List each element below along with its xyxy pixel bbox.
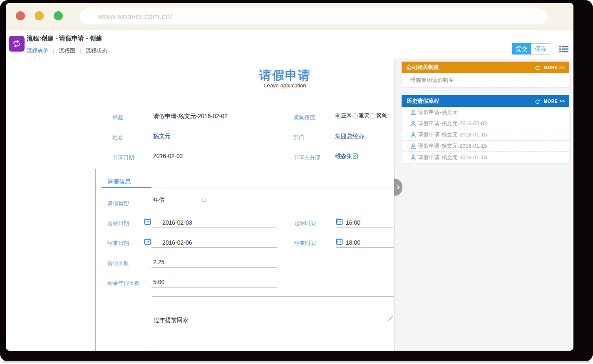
history-more-link[interactable]: MORE >>	[544, 99, 565, 104]
end-date-field-value[interactable]: 2016-02-06	[162, 239, 192, 246]
bullet-icon: ·	[406, 143, 408, 149]
history-panel-title: 历史请假流程	[407, 97, 535, 105]
person-icon	[410, 132, 416, 138]
sidebar-scrollbar[interactable]	[570, 58, 573, 351]
field-underline	[151, 247, 277, 248]
history-panel-header: 历史请假流程 MORE >>	[402, 95, 569, 107]
right-sidebar: 公司相关制度 MORE >> · 维森集团请假制度	[395, 58, 573, 351]
start-time-field-label: 起始时间	[294, 220, 316, 227]
field-underline	[335, 162, 394, 162]
field-underline	[336, 228, 394, 228]
radio-selected-icon[interactable]	[335, 113, 340, 119]
field-underline	[336, 247, 394, 248]
person-icon	[410, 155, 416, 161]
screenshot-stage: 流程:创建 - 请假申请 - 创建 流程表单 | 流程图 | 流程状态 提交 保…	[0, 0, 593, 364]
field-underline	[335, 122, 390, 122]
list-menu-icon[interactable]	[559, 45, 568, 53]
field-underline	[151, 162, 277, 162]
radio-option-normal[interactable]: 正常	[335, 112, 352, 119]
history-item-text: 请假申请-杨文元-2016-01-15	[418, 131, 487, 139]
history-item-text: 请假申请-杨文元-2016-02-02	[418, 120, 487, 127]
policy-more-link[interactable]: MORE >>	[544, 65, 565, 70]
policy-item-text: 维森集团请假制度	[410, 77, 454, 84]
remaining-days-field-value[interactable]: 5.00	[153, 279, 164, 285]
refresh-icon[interactable]	[535, 65, 540, 70]
field-underline	[151, 122, 277, 122]
policy-list-item[interactable]: · 维森集团请假制度	[402, 73, 569, 88]
leave-type-field-label: 请假类型	[107, 200, 129, 208]
end-date-field-label: 结束日期	[107, 240, 129, 247]
tab-separator: |	[53, 48, 54, 54]
start-date-field-value[interactable]: 2016-02-03	[162, 219, 192, 226]
policy-panel-title: 公司相关制度	[407, 64, 535, 71]
page-title: 流程:创建 - 请假申请 - 创建	[27, 35, 102, 42]
policy-panel-body: · 维森集团请假制度	[402, 73, 569, 88]
field-underline	[335, 142, 394, 142]
radio-icon[interactable]	[370, 113, 375, 119]
history-list-item[interactable]: · 请假申请-杨文元-2016-01-15	[402, 129, 569, 141]
radio-label: 重要	[359, 112, 370, 119]
radio-label: 正常	[341, 112, 352, 119]
form-subtitle: Leave application	[6, 82, 394, 89]
apply-date-field-value[interactable]: 2016-02-02	[153, 153, 183, 159]
workflow-tabs: 流程表单 | 流程图 | 流程状态	[27, 47, 107, 54]
save-button[interactable]: 保存	[531, 43, 550, 54]
leave-info-section-tab[interactable]: 请假信息	[107, 178, 131, 186]
search-icon[interactable]	[201, 197, 207, 205]
url-input[interactable]	[79, 8, 548, 25]
department-field-label: 部门	[293, 134, 304, 141]
history-list-item[interactable]: · 请假申请-杨文元-2016-01-15	[402, 141, 569, 152]
calendar-icon[interactable]	[336, 218, 343, 227]
history-item-text: 请假申请-杨文元	[418, 109, 457, 116]
history-list-item[interactable]: · 请假申请-杨文元	[402, 107, 569, 118]
bullet-icon: ·	[406, 121, 408, 127]
maximize-window-button[interactable]	[54, 11, 63, 20]
app-header: 流程:创建 - 请假申请 - 创建 流程表单 | 流程图 | 流程状态 提交 保…	[6, 30, 573, 58]
reason-textarea[interactable]: 过年提前回家	[152, 296, 394, 351]
calendar-icon[interactable]	[144, 218, 151, 227]
close-window-button[interactable]	[16, 11, 25, 20]
bullet-icon: ·	[406, 154, 408, 161]
leave-days-field-label: 请假天数	[107, 260, 129, 267]
urgency-radio-group: 正常 重要 紧急	[335, 112, 387, 119]
department-field-value[interactable]: 集团总经办	[335, 133, 364, 140]
person-icon	[410, 109, 416, 115]
history-list-item[interactable]: · 请假申请-杨文元-2016-02-02	[402, 118, 569, 129]
field-underline	[151, 228, 277, 228]
section-divider-line	[151, 188, 394, 188]
branch-field-value[interactable]: 维森集团	[335, 153, 358, 160]
end-time-field-value[interactable]: 18:00	[346, 239, 360, 246]
leave-days-field-value[interactable]: 2.25	[153, 259, 164, 265]
bullet-icon: ·	[406, 77, 408, 84]
tab-flow-form[interactable]: 流程表单	[27, 47, 48, 54]
calendar-icon[interactable]	[336, 238, 343, 247]
leave-type-field-value[interactable]: 年假	[153, 196, 165, 204]
radio-label: 紧急	[376, 112, 387, 119]
end-time-field-label: 结束时间	[294, 240, 316, 247]
urgency-field-label: 紧急程度	[293, 114, 315, 121]
radio-icon[interactable]	[352, 113, 358, 119]
field-underline	[151, 287, 277, 287]
start-date-field-label: 起始日期	[107, 220, 129, 227]
field-underline	[151, 267, 277, 267]
leave-form: 请假申请 Leave application 标题 请假申请-杨文元-2016-…	[6, 58, 394, 351]
browser-topbar	[6, 3, 573, 30]
apply-date-field-label: 申请日期	[112, 154, 134, 161]
radio-option-urgent[interactable]: 紧急	[370, 112, 387, 119]
title-field-value[interactable]: 请假申请-杨文元-2016-02-02	[153, 113, 228, 120]
history-item-text: 请假申请-杨文元-2016-01-14	[418, 154, 487, 161]
content-area: 请假申请 Leave application 标题 请假申请-杨文元-2016-…	[6, 58, 573, 351]
history-list-item[interactable]: · 请假申请-杨文元-2016-01-14	[402, 152, 569, 163]
field-underline	[151, 207, 277, 207]
start-time-field-value[interactable]: 16:00	[346, 219, 360, 226]
refresh-icon[interactable]	[535, 99, 540, 104]
radio-option-important[interactable]: 重要	[352, 112, 370, 119]
name-field-label: 姓名	[112, 134, 123, 141]
minimize-window-button[interactable]	[35, 11, 44, 20]
tab-flow-chart[interactable]: 流程图	[59, 47, 75, 54]
calendar-icon[interactable]	[144, 238, 151, 247]
submit-button[interactable]: 提交	[512, 43, 531, 54]
name-field-value[interactable]: 杨文元	[153, 133, 171, 140]
history-panel-body: · 请假申请-杨文元 · 请假申请-杨文元-2016-02-02	[402, 107, 569, 163]
tab-flow-status[interactable]: 流程状态	[86, 47, 107, 54]
